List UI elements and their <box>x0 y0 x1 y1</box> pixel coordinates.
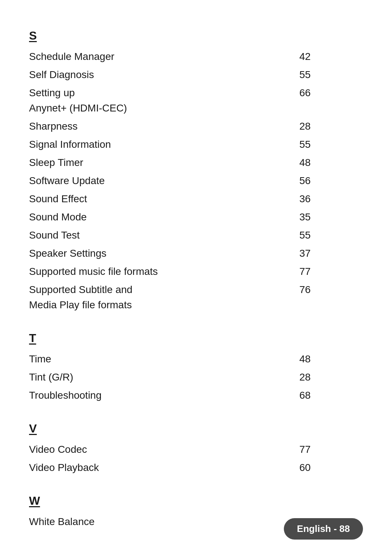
index-page-number: 55 <box>299 66 363 84</box>
index-page-number: 48 <box>299 154 363 172</box>
index-term: Sharpness <box>29 117 299 135</box>
index-page-number: 55 <box>299 226 363 244</box>
index-page-number: 42 <box>299 48 363 66</box>
index-table-t: Time48Tint (G/R)28Troubleshooting68 <box>29 350 363 404</box>
section-t: TTime48Tint (G/R)28Troubleshooting68 <box>29 332 363 404</box>
index-page-number: 37 <box>299 244 363 263</box>
table-row: Self Diagnosis55 <box>29 66 363 84</box>
table-row: Signal Information55 <box>29 135 363 154</box>
table-row: Setting upAnynet+ (HDMI-CEC)66 <box>29 84 363 117</box>
index-term: Signal Information <box>29 135 299 154</box>
table-row: Video Playback60 <box>29 459 363 477</box>
index-page-number: 36 <box>299 190 363 208</box>
index-page-number: 66 <box>299 84 363 117</box>
table-row: Troubleshooting68 <box>29 386 363 404</box>
index-term: Sound Test <box>29 226 299 244</box>
index-term: Video Playback <box>29 459 299 477</box>
index-term: Software Update <box>29 172 299 190</box>
index-term: Troubleshooting <box>29 386 299 404</box>
index-page-number: 68 <box>299 386 363 404</box>
index-page-number: 35 <box>299 208 363 226</box>
table-row: Schedule Manager42 <box>29 48 363 66</box>
index-page-number: 48 <box>299 350 363 368</box>
index-term: Schedule Manager <box>29 48 299 66</box>
index-term: Speaker Settings <box>29 244 299 263</box>
index-page-number: 60 <box>299 459 363 477</box>
table-row: Sound Effect36 <box>29 190 363 208</box>
index-table-v: Video Codec77Video Playback60 <box>29 440 363 477</box>
index-term: Supported Subtitle andMedia Play file fo… <box>29 281 299 314</box>
index-page-number: 28 <box>299 368 363 386</box>
index-page-number: 56 <box>299 172 363 190</box>
index-term: Self Diagnosis <box>29 66 299 84</box>
index-term: Sleep Timer <box>29 154 299 172</box>
index-term: Time <box>29 350 299 368</box>
index-term: White Balance <box>29 513 299 531</box>
section-v: VVideo Codec77Video Playback60 <box>29 422 363 477</box>
footer-badge: English - 88 <box>284 518 363 540</box>
table-row: Sharpness28 <box>29 117 363 135</box>
table-row: Sound Test55 <box>29 226 363 244</box>
table-row: Speaker Settings37 <box>29 244 363 263</box>
table-row: Supported Subtitle andMedia Play file fo… <box>29 281 363 314</box>
table-row: Supported music file formats77 <box>29 263 363 281</box>
index-term: Sound Effect <box>29 190 299 208</box>
table-row: Sound Mode35 <box>29 208 363 226</box>
section-letter-t: T <box>29 332 36 345</box>
table-row: Time48 <box>29 350 363 368</box>
index-term: Tint (G/R) <box>29 368 299 386</box>
section-letter-w: W <box>29 494 40 508</box>
table-row: Tint (G/R)28 <box>29 368 363 386</box>
index-page-number: 77 <box>299 440 363 459</box>
index-term: Setting upAnynet+ (HDMI-CEC) <box>29 84 299 117</box>
table-row: Sleep Timer48 <box>29 154 363 172</box>
index-term: Video Codec <box>29 440 299 459</box>
index-page-number: 28 <box>299 117 363 135</box>
index-table-s: Schedule Manager42Self Diagnosis55Settin… <box>29 48 363 314</box>
index-term: Supported music file formats <box>29 263 299 281</box>
section-s: SSchedule Manager42Self Diagnosis55Setti… <box>29 29 363 314</box>
index-term: Sound Mode <box>29 208 299 226</box>
section-letter-v: V <box>29 422 37 435</box>
section-letter-s: S <box>29 29 37 42</box>
table-row: Software Update56 <box>29 172 363 190</box>
index-page-number: 77 <box>299 263 363 281</box>
page-content: SSchedule Manager42Self Diagnosis55Setti… <box>0 0 392 557</box>
index-page-number: 76 <box>299 281 363 314</box>
index-page-number: 55 <box>299 135 363 154</box>
table-row: Video Codec77 <box>29 440 363 459</box>
